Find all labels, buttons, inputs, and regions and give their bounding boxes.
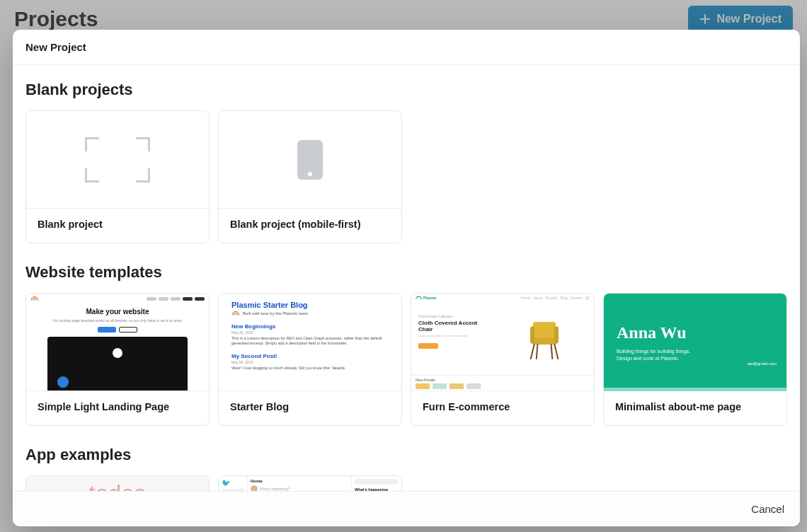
card-label: Blank project (mobile-first)	[219, 209, 401, 243]
preview-tagline: Building things for building things.	[617, 348, 774, 355]
card-label: Blank project	[26, 209, 209, 243]
preview-email: aw@gmail.com	[748, 362, 777, 366]
preview-post-body: This is a custom description for SEO and…	[231, 336, 389, 346]
preview-headline: Make your website	[26, 308, 209, 316]
preview-blog-subtitle: Built with love by the Plasmic team	[243, 311, 308, 316]
logo-icon	[231, 311, 240, 316]
card-thumb: Make your website Our landing page templ…	[26, 294, 209, 391]
new-project-modal: New Project Blank projects Blank project…	[13, 30, 800, 526]
phone-icon	[297, 140, 323, 180]
preview-blog-title: Plasmic Starter Blog	[231, 301, 389, 309]
card-thumb	[26, 111, 209, 209]
modal-footer: Cancel	[13, 491, 800, 526]
card-thumb: 🐦 Home What's happening? What's happenin…	[219, 476, 401, 491]
template-card-blog[interactable]: Plasmic Starter Blog Built with love by …	[218, 293, 402, 426]
template-card-blank[interactable]: Blank project	[25, 110, 210, 243]
modal-body: Blank projects Blank project Blank proje…	[13, 65, 800, 491]
card-label: Minimalist about-me page	[604, 391, 786, 425]
logo-icon	[30, 296, 39, 301]
template-card-landing[interactable]: Make your website Our landing page templ…	[25, 293, 210, 426]
card-label: Starter Blog	[219, 391, 401, 425]
svg-rect-3	[554, 326, 559, 343]
preview-tagline: Design and code at Plasmic.	[617, 355, 774, 362]
chair-icon	[516, 311, 573, 367]
preview-todos-title: todos	[89, 480, 147, 491]
card-thumb: Anna Wu Building things for building thi…	[604, 294, 786, 391]
preview-post-body: Wow! I love blogging so much already. Di…	[231, 366, 389, 371]
template-card-furn[interactable]: Plasmic HomeAboutProductBlogContact🛒 Hom…	[411, 293, 595, 426]
template-card-about-me[interactable]: Anna Wu Building things for building thi…	[603, 293, 787, 426]
template-card-todos[interactable]: todos	[25, 475, 210, 491]
modal-title: New Project	[13, 30, 800, 65]
card-thumb: Plasmic HomeAboutProductBlogContact🛒 Hom…	[411, 294, 594, 391]
twitter-bird-icon: 🐦	[222, 479, 244, 487]
cancel-button[interactable]: Cancel	[751, 503, 784, 515]
template-card-blank-mobile[interactable]: Blank project (mobile-first)	[218, 110, 402, 243]
logo-icon	[416, 296, 422, 300]
preview-name: Anna Wu	[617, 323, 774, 342]
section-title-apps: App examples	[25, 446, 787, 464]
preview-post-date: May 28, 2015	[231, 330, 389, 335]
card-thumb	[219, 111, 401, 209]
preview-product: Cloth Covered Accent Chair	[418, 320, 488, 332]
preview-post-title: My Second Post!	[231, 353, 389, 359]
card-label: Simple Light Landing Page	[26, 391, 209, 425]
card-label: Furn E-commerce	[411, 391, 594, 425]
preview-collection-label: Home Design Collection	[418, 315, 488, 318]
svg-rect-1	[532, 337, 557, 345]
preview-trending: What's happening	[355, 487, 399, 491]
svg-rect-2	[530, 326, 534, 343]
template-card-twitter[interactable]: 🐦 Home What's happening? What's happenin…	[218, 475, 402, 491]
preview-post-title: New Beginnings	[231, 323, 389, 330]
preview-home: Home	[251, 479, 348, 483]
preview-section: New Arrivals	[416, 378, 590, 382]
crop-frame-icon	[85, 137, 150, 183]
preview-brand: Plasmic	[423, 296, 437, 300]
preview-post-date: May 06, 2015	[231, 360, 389, 364]
card-thumb: todos	[26, 476, 209, 491]
section-title-blank: Blank projects	[25, 81, 787, 99]
card-thumb: Plasmic Starter Blog Built with love by …	[219, 294, 401, 391]
section-title-website: Website templates	[25, 263, 787, 282]
preview-placeholder: What's happening?	[260, 487, 290, 491]
